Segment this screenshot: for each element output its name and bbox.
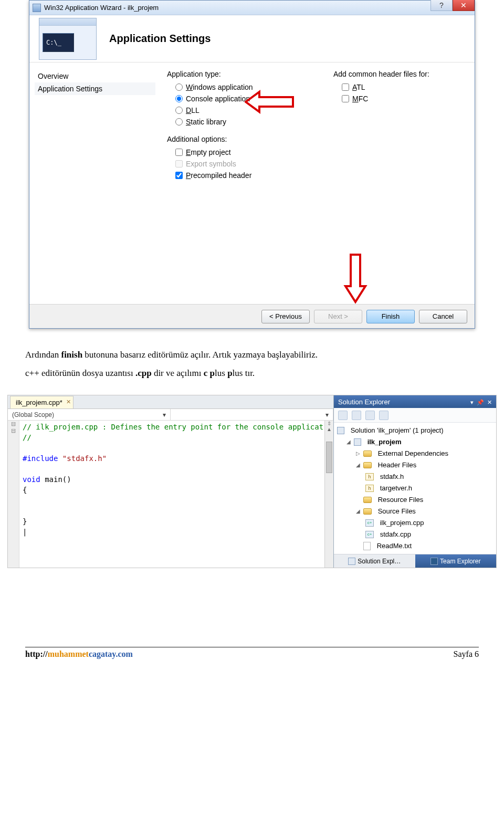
external-deps-node[interactable]: External Dependencies: [378, 448, 448, 459]
source-files-node[interactable]: Source Files: [378, 506, 416, 517]
se-toolbar: [334, 408, 496, 423]
solution-node[interactable]: Solution 'ilk_projem' (1 project): [351, 425, 444, 436]
radio-dll[interactable]: DLL: [167, 104, 297, 116]
se-tabs: Solution Expl… Team Explorer: [334, 554, 496, 568]
content-area: Application type: Windows application Co…: [161, 62, 475, 304]
banner-title: Application Settings: [109, 33, 211, 45]
check-atl[interactable]: ATL: [333, 81, 463, 93]
chevron-down-icon: ▾: [326, 411, 329, 418]
titlebar[interactable]: Win32 Application Wizard - ilk_projem ? …: [29, 1, 475, 15]
folder-icon: [363, 497, 372, 503]
check-mfc[interactable]: MFC: [333, 93, 463, 104]
header-files-node[interactable]: Header Files: [378, 459, 417, 471]
solution-explorer-title[interactable]: Solution Explorer ▾📌✕: [334, 395, 496, 408]
console-icon: C:\_: [43, 33, 74, 52]
tab-team-explorer[interactable]: Team Explorer: [415, 554, 497, 568]
banner-icon: C:\_: [39, 18, 97, 60]
home-icon[interactable]: [338, 411, 348, 420]
radio-windows-app[interactable]: Windows application: [167, 81, 297, 93]
folder-icon: [363, 451, 372, 457]
sidebar-item-appsettings[interactable]: Application Settings: [35, 82, 155, 95]
document-paragraph: Ardından finish butonuna basarız editörü…: [0, 329, 504, 385]
member-dropdown[interactable]: ▾: [171, 409, 333, 420]
radio-console-app[interactable]: Console application: [167, 93, 297, 104]
tab-solution-explorer[interactable]: Solution Expl…: [334, 554, 415, 568]
scope-dropdown[interactable]: (Global Scope)▾: [8, 409, 171, 420]
check-empty-project[interactable]: Empty project: [167, 146, 297, 158]
file-ilkprojem-cpp[interactable]: ilk_projem.cpp: [380, 517, 424, 529]
radio-static-library[interactable]: Static library: [167, 116, 297, 128]
cpp-file-icon: c+: [365, 531, 374, 538]
h-file-icon: h: [365, 473, 374, 480]
properties-icon[interactable]: [365, 411, 375, 420]
page-footer: http://muhammetcagatay.com Sayfa 6: [25, 647, 479, 659]
wizard-window: Win32 Application Wizard - ilk_projem ? …: [29, 0, 475, 329]
code-editor[interactable]: // ilk_projem.cpp : Defines the entry po…: [19, 421, 324, 568]
close-button[interactable]: ✕: [453, 0, 475, 11]
check-precompiled-header[interactable]: Precompiled header: [167, 170, 297, 181]
annotation-arrow-down: [341, 252, 370, 304]
file-targetver-h[interactable]: targetver.h: [380, 483, 412, 494]
cpp-file-icon: c+: [365, 519, 374, 527]
solution-tree[interactable]: Solution 'ilk_projem' (1 project) ◢ ilk_…: [334, 423, 496, 554]
solution-icon: [337, 427, 344, 434]
svg-marker-1: [345, 255, 365, 302]
folder-icon: [363, 508, 372, 515]
show-all-icon[interactable]: [352, 411, 361, 420]
page-number: Sayfa 6: [454, 650, 479, 659]
check-export-symbols: Export symbols: [167, 158, 297, 170]
refresh-icon[interactable]: [379, 411, 388, 420]
prev-button[interactable]: < Previous: [261, 310, 310, 323]
addl-label: Additional options:: [167, 135, 297, 143]
txt-file-icon: [363, 542, 371, 550]
solution-explorer-icon: [348, 558, 355, 565]
vertical-scrollbar[interactable]: ⇕ ▲: [324, 421, 333, 568]
team-explorer-icon: [430, 558, 438, 565]
headers-label: Add common header files for:: [333, 70, 463, 78]
wizard-footer: < Previous Next > Finish Cancel: [29, 304, 475, 328]
folder-icon: [363, 462, 372, 468]
sidebar-item-overview[interactable]: Overview: [35, 70, 155, 82]
file-stdafx-cpp[interactable]: stdafx.cpp: [380, 529, 411, 540]
h-file-icon: h: [365, 485, 374, 492]
chevron-down-icon: ▾: [163, 411, 166, 418]
project-icon: [354, 438, 361, 446]
cancel-button[interactable]: Cancel: [419, 310, 467, 323]
sidebar: Overview Application Settings: [29, 62, 161, 304]
file-stdafx-h[interactable]: stdafx.h: [380, 471, 404, 483]
next-button: Next >: [314, 310, 362, 323]
gutter: ⊟⊟: [8, 421, 19, 568]
close-icon[interactable]: ✕: [487, 399, 492, 405]
file-tab-label: ilk_projem.cpp*: [16, 399, 62, 406]
apptype-label: Application type:: [167, 70, 297, 78]
file-tab[interactable]: ilk_projem.cpp* ✕: [10, 396, 74, 409]
window-icon: [33, 4, 41, 12]
finish-button[interactable]: Finish: [366, 310, 415, 323]
window-title: Win32 Application Wizard - ilk_projem: [44, 4, 159, 12]
solution-explorer: Solution Explorer ▾📌✕ Solution 'ilk_proj…: [333, 395, 496, 568]
banner: C:\_ Application Settings: [29, 15, 475, 62]
dropdown-icon[interactable]: ▾: [470, 399, 474, 405]
scope-bar: (Global Scope)▾ ▾: [8, 409, 333, 421]
vs-editor: ilk_projem.cpp* ✕ (Global Scope)▾ ▾ ⊟⊟ /…: [7, 395, 497, 568]
project-node[interactable]: ilk_projem: [368, 436, 402, 448]
pin-icon[interactable]: 📌: [477, 399, 484, 405]
close-tab-icon[interactable]: ✕: [66, 399, 71, 405]
resource-files-node[interactable]: Resource Files: [378, 494, 424, 506]
file-readme[interactable]: ReadMe.txt: [377, 540, 412, 552]
help-button[interactable]: ?: [430, 0, 453, 11]
split-handle-icon[interactable]: ⇕: [325, 421, 333, 426]
tab-strip: ilk_projem.cpp* ✕: [8, 395, 333, 409]
footer-url: http://muhammetcagatay.com: [25, 650, 133, 659]
